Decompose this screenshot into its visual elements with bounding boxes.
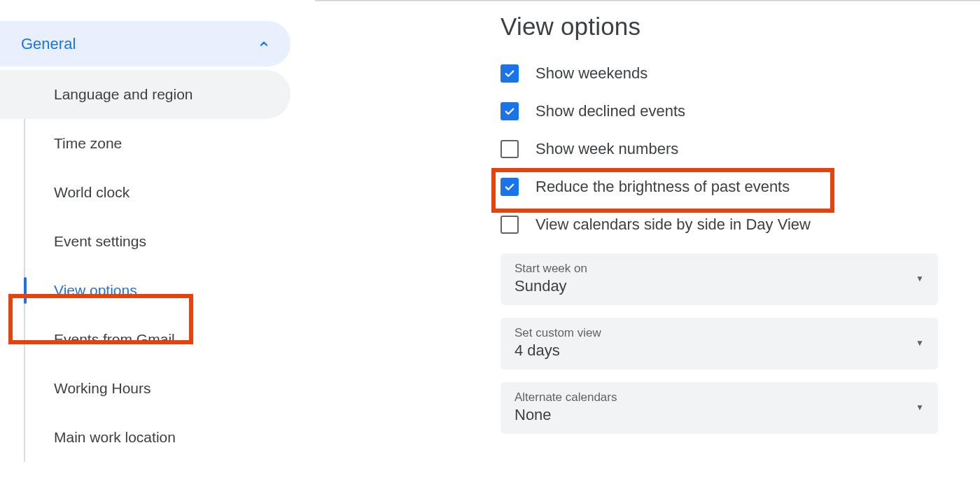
select-set-custom-view[interactable]: Set custom view 4 days ▼	[500, 318, 938, 370]
option-label: Show weekends	[536, 64, 648, 83]
checkbox[interactable]	[500, 140, 519, 158]
settings-sidebar: General Language and region Time zone Wo…	[0, 21, 290, 462]
nav-section-general[interactable]: General	[0, 21, 290, 66]
select-alternate-calendars[interactable]: Alternate calendars None ▼	[500, 382, 938, 434]
select-label: Alternate calendars	[514, 391, 617, 405]
option-label: Show week numbers	[536, 140, 678, 158]
chevron-up-icon	[257, 37, 271, 51]
option-side-by-side-day-view[interactable]: View calendars side by side in Day View	[500, 216, 941, 234]
option-show-declined-events[interactable]: Show declined events	[500, 102, 941, 120]
nav-sublist: Language and region Time zone World cloc…	[0, 70, 290, 462]
option-label: Show declined events	[536, 102, 685, 120]
nav-item-main-work-location[interactable]: Main work location	[0, 413, 290, 462]
select-label: Start week on	[514, 262, 587, 276]
dropdown-icon: ▼	[916, 274, 924, 283]
nav-item-events-from-gmail[interactable]: Events from Gmail	[0, 315, 290, 364]
select-group: Start week on Sunday ▼ Set custom view 4…	[500, 253, 941, 434]
nav-item-label: Time zone	[54, 135, 122, 152]
dropdown-icon: ▼	[916, 402, 924, 412]
option-show-week-numbers[interactable]: Show week numbers	[500, 140, 941, 158]
select-start-week-on[interactable]: Start week on Sunday ▼	[500, 253, 938, 305]
nav-item-label: View options	[54, 282, 137, 299]
nav-item-label: Event settings	[54, 233, 146, 250]
nav-item-world-clock[interactable]: World clock	[0, 168, 290, 217]
nav-item-language-and-region[interactable]: Language and region	[0, 70, 290, 119]
nav-item-working-hours[interactable]: Working Hours	[0, 364, 290, 413]
settings-panel: View options Show weekends Show declined…	[500, 13, 941, 447]
option-label: Reduce the brightness of past events	[536, 178, 790, 196]
nav-section-label: General	[21, 35, 76, 53]
checkbox[interactable]	[500, 102, 519, 120]
dropdown-icon: ▼	[916, 338, 924, 348]
select-value: None	[514, 406, 617, 424]
nav-item-label: Events from Gmail	[54, 331, 175, 348]
nav-item-time-zone[interactable]: Time zone	[0, 119, 290, 168]
nav-item-view-options[interactable]: View options	[0, 266, 290, 315]
select-value: 4 days	[514, 342, 601, 360]
nav-item-label: Language and region	[54, 86, 193, 103]
select-value: Sunday	[514, 277, 587, 295]
section-title: View options	[500, 13, 941, 41]
checkbox[interactable]	[500, 64, 519, 83]
checkbox[interactable]	[500, 178, 519, 196]
nav-item-label: Working Hours	[54, 380, 151, 397]
select-label: Set custom view	[514, 326, 601, 340]
nav-item-label: World clock	[54, 184, 130, 201]
option-label: View calendars side by side in Day View	[536, 216, 811, 234]
nav-item-event-settings[interactable]: Event settings	[0, 217, 290, 266]
nav-item-label: Main work location	[54, 429, 176, 446]
option-reduce-brightness-past-events[interactable]: Reduce the brightness of past events	[500, 178, 941, 196]
active-indicator	[24, 277, 27, 304]
top-divider	[315, 0, 980, 1]
option-show-weekends[interactable]: Show weekends	[500, 64, 941, 83]
checkbox[interactable]	[500, 216, 519, 234]
